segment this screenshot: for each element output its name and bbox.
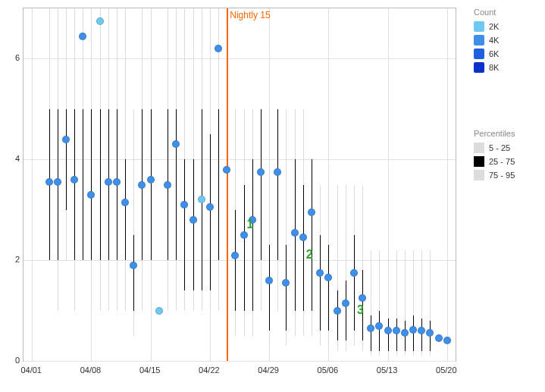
percentile-inner xyxy=(133,235,134,311)
data-point xyxy=(155,307,163,315)
data-point xyxy=(384,327,392,334)
y-tick-label: 0 xyxy=(9,356,20,365)
legend-item: 6K xyxy=(474,49,542,59)
data-point xyxy=(342,299,349,307)
data-point xyxy=(282,279,290,287)
data-point xyxy=(45,178,53,186)
legend-item: 2K xyxy=(474,21,542,32)
percentile-inner xyxy=(252,159,253,310)
nightly-marker-label: Nightly 15 xyxy=(230,10,270,20)
percentile-inner xyxy=(193,159,194,290)
legend-label: 2K xyxy=(489,22,499,31)
data-point xyxy=(223,166,230,174)
plot-area: Nightly 15123 xyxy=(23,8,456,362)
data-point xyxy=(393,327,400,334)
percentile-inner xyxy=(328,245,329,331)
legend-item: 75 - 95 xyxy=(474,170,542,180)
data-point xyxy=(79,33,86,40)
percentile-inner xyxy=(312,159,312,310)
annotation: 3 xyxy=(357,303,364,317)
percentile-inner xyxy=(277,109,278,260)
data-point xyxy=(324,274,332,281)
data-point xyxy=(147,176,155,183)
data-point xyxy=(113,178,121,186)
data-point xyxy=(265,277,273,284)
data-point xyxy=(87,191,95,199)
x-tick-label: 05/13 xyxy=(377,365,398,375)
percentile-inner xyxy=(125,159,126,260)
y-tick-label: 6 xyxy=(9,53,20,62)
percentile-inner xyxy=(320,235,321,331)
data-point xyxy=(180,201,188,209)
percentile-inner xyxy=(210,134,211,290)
percentile-inner xyxy=(74,109,75,260)
x-tick-label: 04/08 xyxy=(80,365,102,375)
percentile-inner xyxy=(379,311,380,351)
legend-item: 4K xyxy=(474,35,542,45)
data-point xyxy=(299,234,307,241)
percentile-inner xyxy=(100,109,101,260)
data-point xyxy=(70,176,78,183)
percentile-inner xyxy=(261,109,262,260)
data-point xyxy=(105,178,112,186)
data-point xyxy=(367,325,374,332)
nightly-marker-line xyxy=(227,8,228,361)
percentile-inner xyxy=(244,185,245,311)
legend-count-title: Count xyxy=(474,8,542,17)
data-point xyxy=(62,136,70,143)
x-tick-label: 04/22 xyxy=(199,365,220,375)
legend-pct-title: Percentiles xyxy=(474,129,542,138)
data-point xyxy=(164,181,171,189)
x-tick-label: 04/29 xyxy=(258,365,279,375)
percentile-inner xyxy=(184,159,185,290)
data-point xyxy=(130,262,137,269)
annotation: 1 xyxy=(247,218,254,231)
data-point xyxy=(198,196,205,203)
data-point xyxy=(316,269,324,277)
data-point xyxy=(418,327,425,334)
chart-container: Nightly 15123 Count 2K4K6K8K Percentiles… xyxy=(0,0,545,392)
percentile-inner xyxy=(354,235,355,331)
data-point xyxy=(435,334,443,342)
percentile-inner xyxy=(91,109,92,260)
x-tick-label: 05/06 xyxy=(318,365,339,375)
data-point xyxy=(359,294,366,302)
legend-label: 6K xyxy=(489,49,499,58)
data-point xyxy=(401,329,409,337)
data-point xyxy=(240,231,248,239)
legend-label: 5 - 25 xyxy=(489,143,510,152)
data-point xyxy=(189,216,197,224)
y-tick-label: 4 xyxy=(9,154,20,163)
percentile-inner xyxy=(151,109,152,260)
data-point xyxy=(291,229,299,237)
x-tick-label: 04/01 xyxy=(20,365,42,375)
legend-count: Count 2K4K6K8K xyxy=(474,8,542,76)
legend-label: 25 - 75 xyxy=(489,157,515,166)
legend-item: 25 - 75 xyxy=(474,156,542,167)
data-point xyxy=(231,252,239,259)
data-point xyxy=(172,140,180,148)
legend-percentiles: Percentiles 5 - 2525 - 7575 - 95 xyxy=(474,129,542,183)
legend-label: 4K xyxy=(489,36,499,45)
data-point xyxy=(274,168,281,176)
legend-label: 75 - 95 xyxy=(489,171,515,180)
percentile-inner xyxy=(66,109,67,210)
data-point xyxy=(334,307,341,315)
x-tick-label: 04/15 xyxy=(139,365,161,375)
annotation: 2 xyxy=(306,248,313,262)
percentile-inner xyxy=(269,245,270,331)
data-point xyxy=(206,203,214,211)
percentile-inner xyxy=(83,109,83,260)
data-point xyxy=(54,178,61,186)
percentile-inner xyxy=(176,109,177,260)
percentile-inner xyxy=(337,290,338,340)
legend-item: 8K xyxy=(474,62,542,73)
data-point xyxy=(257,168,265,176)
percentile-inner xyxy=(303,185,304,311)
data-point xyxy=(138,181,146,189)
data-point xyxy=(443,337,451,344)
x-tick-label: 05/20 xyxy=(436,365,457,375)
percentile-inner xyxy=(235,210,236,311)
legend-label: 8K xyxy=(489,63,499,72)
data-point xyxy=(96,17,104,25)
